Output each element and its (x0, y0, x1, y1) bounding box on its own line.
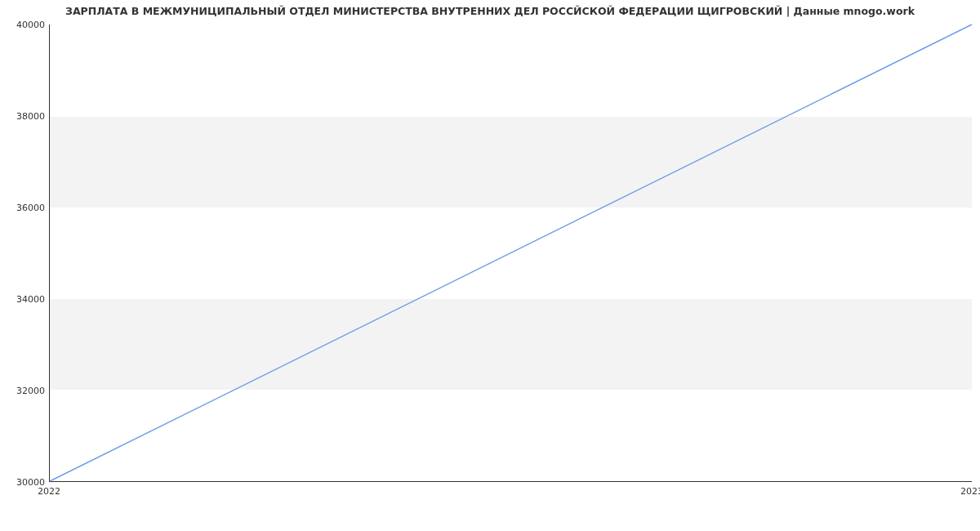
y-tick-label: 34000 (4, 294, 45, 305)
x-tick-label: 2022 (38, 486, 60, 497)
plot-area (49, 25, 972, 482)
y-tick-label: 36000 (4, 203, 45, 213)
y-tick-label: 40000 (4, 20, 45, 30)
data-line (50, 25, 972, 481)
y-tick-label: 32000 (4, 386, 45, 396)
y-tick-label: 38000 (4, 111, 45, 122)
x-tick-label: 2023 (960, 486, 980, 497)
chart-title: ЗАРПЛАТА В МЕЖМУНИЦИПАЛЬНЫЙ ОТДЕЛ МИНИСТ… (0, 5, 980, 17)
chart-container: ЗАРПЛАТА В МЕЖМУНИЦИПАЛЬНЫЙ ОТДЕЛ МИНИСТ… (0, 0, 980, 531)
series-line (50, 25, 972, 481)
